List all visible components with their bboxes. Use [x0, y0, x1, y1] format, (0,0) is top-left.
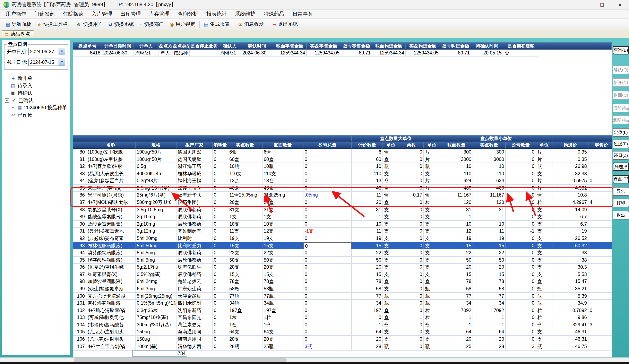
toolbar-item[interactable]: ▦导航面板 — [2, 20, 34, 29]
table-row[interactable]: 99(众生)盐酸氮卓斯6ml:3mg广东众生药058瓶58瓶058支0瓶5858… — [73, 285, 612, 293]
menu-item[interactable]: 门诊发药 — [30, 9, 59, 19]
tree-item[interactable]: ▤待录入 — [5, 82, 69, 89]
close-button[interactable]: × — [611, 0, 629, 10]
table-row[interactable]: 104(韦瑞德)富马酸替300mg*30片(基)葛兰素史克01盒1盒01盒0盒1… — [73, 321, 612, 329]
tree-expander-icon[interactable]: − — [5, 98, 9, 103]
new-order-icon: + — [10, 75, 16, 81]
confirm-button[interactable]: 确认(Q) — [613, 66, 629, 74]
menu-item[interactable]: 库存管理 — [145, 9, 174, 19]
print-button[interactable]: 打印 — [613, 199, 629, 207]
grid-cell: 支 — [536, 213, 552, 221]
order-grid-row[interactable]: 84182024-06-30周琳/z1单人按品种周琳/z12024-06-301… — [73, 50, 612, 56]
inventory-print-button[interactable]: 盘点打印 — [613, 175, 629, 183]
tree-item[interactable]: ↩已作废 — [5, 111, 69, 119]
filter-button[interactable]: 过滤(F) — [613, 140, 629, 148]
table-row[interactable]: 90盐酸金霉素眼膏(2g:10mg辰欣佛都药010支10支010支0支10100… — [73, 221, 612, 228]
tab-drug-inventory[interactable]: ▤ 药品盘点 — [2, 30, 35, 38]
toolbar-item[interactable]: ▤集成报表 — [201, 20, 233, 29]
menu-item[interactable]: 入库管理 — [88, 9, 116, 19]
table-row[interactable]: 81(100ug)左甲状腺100ug*50片德国贝朗默060盒60盒060盒0片… — [73, 156, 612, 163]
table-row[interactable]: 88氧氟沙星眼膏(X)3.5g:10.5mg辰欣佛都药031支31支031支0支… — [73, 206, 612, 213]
delete-drug-button[interactable]: 删除药品 — [613, 116, 629, 124]
toolbar-item[interactable]: ☻切换用户 — [73, 20, 105, 29]
add-drug-button[interactable]: 增加药品 — [613, 104, 629, 112]
switch-dept-icon: ⌂ — [140, 22, 143, 27]
end-date-value[interactable]: 2024-07-15 — [29, 59, 59, 66]
start-date-value[interactable]: 2024-06-27 — [29, 48, 59, 55]
menu-item[interactable]: 系统维护 — [231, 9, 260, 19]
minimize-button[interactable]: ─ — [575, 0, 593, 10]
table-row[interactable]: 100复方托吡卡胺滴眼5ml(25mg:25mg)天津金耀集077瓶77瓶077… — [73, 293, 612, 300]
tree-item[interactable]: +新开单 — [5, 75, 69, 82]
grid-cell: 0 — [506, 242, 536, 249]
query-button[interactable]: 查询(B) — [613, 46, 629, 54]
column-header: 账面数量 — [440, 142, 473, 149]
table-row[interactable]: 86米非司酮片(息隐)25mg*6片(基)上海新华联011盒25.05mg11盒… — [73, 192, 612, 199]
end-date-dropdown-icon[interactable]: ▼ — [59, 59, 65, 66]
table-row[interactable]: 1074+7生血宝合剂(省100ml(基)清华德人西028瓶25瓶3瓶28瓶0瓶… — [73, 343, 612, 350]
table-row[interactable]: 101普拉洛芬滴眼液0.1%(5ml:5mg)*1瓶四川禾忆制034瓶34瓶03… — [73, 300, 612, 307]
column-header: 实点数量 — [473, 142, 506, 149]
exit-button[interactable]: 退出 — [613, 211, 629, 220]
menu-item[interactable]: 特殊药品 — [260, 9, 288, 19]
locate-button[interactable]: 定位(L) — [613, 128, 629, 137]
grid-cell — [589, 293, 612, 300]
table-row[interactable]: 94溴芬酸钠滴眼液(5ml:5mg辰欣佛都药022支22支022支0支22220… — [73, 249, 612, 256]
table-row[interactable]: 97红霉素眼膏(X)0.5%2g(基)辰欣佛都药015支15支015支0支151… — [73, 271, 612, 278]
new-button[interactable]: 新开(N) — [613, 78, 629, 87]
menu-item[interactable]: 用户操作 — [2, 9, 30, 19]
table-row[interactable]: 85来曲唑片(芙瑞)(2.5mg*10片(基)江苏恒瑞医046盒46盒046盒0… — [73, 185, 612, 192]
horizontal-scrollbar[interactable] — [0, 358, 629, 362]
table-row[interactable]: 95溴芬酸钠滴眼液(5ml:5mg辰欣佛都药050支50支050支0支50500… — [73, 256, 612, 264]
menu-item[interactable]: 查询分析 — [174, 9, 202, 19]
tree-item[interactable]: +▦20240630 按品种单 — [5, 104, 69, 111]
menu-item[interactable]: 日常事务 — [288, 9, 317, 19]
start-date-combobox[interactable]: 2024-06-27 ▼ — [28, 48, 65, 55]
table-row[interactable]: 83(易贝)人表皮生长40000IU:4ml桂林华诺威0110支110支0110… — [73, 170, 612, 177]
table-row[interactable]: 93布林佐胺滴眼液(5ml:50mg比利时爱力015支15支015支0支1515… — [73, 242, 612, 249]
grid-cell: 97 — [73, 271, 86, 278]
toolbar-item[interactable]: ⇄切换系统 — [106, 20, 137, 29]
table-row[interactable]: 80(100ug)左甲状腺100ug*50片德国贝朗默06盒6盒06盒0片300… — [73, 149, 612, 156]
table-row[interactable]: 105(尤尼芬)注射用头150ug海南通用同064支64支064支0支64640… — [73, 329, 612, 336]
table-row[interactable]: 874+7(MOL)硝呋太尔500mg:20万IU*6国药集团(020盒20盒0… — [73, 199, 612, 206]
table-row[interactable]: 103(可威)磷酸奥司他75mg*10粒(基)宜昌东阳光01粒1粒00盒1粒11… — [73, 314, 612, 321]
toolbar-item[interactable]: ✉消息收发 — [235, 20, 267, 29]
table-row[interactable]: 92(典必殊)妥布霉素5ml:20mg比利时019支19支019支0支19190… — [73, 235, 612, 242]
grid-cell: 46盒 — [263, 185, 304, 192]
grid-cell: 0 — [399, 329, 424, 336]
toolbar-item[interactable]: ↪退出系统 — [270, 20, 301, 29]
table-row[interactable]: 91(典舒)妥布霉素地3g:12mg齐鲁制药有011支12支-1支11支0支12… — [73, 228, 612, 235]
horizontal-scrollbar-thumb[interactable] — [74, 358, 287, 362]
toolbar-item[interactable]: ◉用户锁定 — [167, 20, 198, 29]
diff-edit-cell[interactable]: 0 — [304, 242, 352, 249]
tree-item[interactable]: −✔已确认 — [5, 97, 69, 104]
stop-business-checkbox[interactable] — [202, 51, 206, 55]
maximize-button[interactable]: □ — [593, 0, 611, 10]
table-row[interactable]: 106(尤尼芬)注射用头150ug海南通用同020支20支020支0支20200… — [73, 336, 612, 343]
grid-cell: 氧氟沙星眼膏(X) — [86, 206, 136, 213]
return-button[interactable]: 退回(C) — [613, 91, 629, 100]
menu-item[interactable]: 住院摆药 — [59, 9, 88, 19]
toolbar-item[interactable]: ★快捷工具栏 — [34, 20, 71, 29]
end-date-combobox[interactable]: 2024-07-15 ▼ — [28, 59, 65, 66]
table-row[interactable]: 824+7(喜美欣)注射0.5g浙江海正药010瓶10瓶010瓶0瓶10100瓶… — [73, 163, 612, 170]
toolbar-item[interactable]: ⌂切换部门 — [137, 20, 167, 29]
table-row[interactable]: 1024+7脑心清胶囊(省0.3g*36粒沈阳东新药0197盒197盒0197盒… — [73, 307, 612, 314]
grid-cell: 0 — [506, 199, 536, 206]
menu-item[interactable]: 出库管理 — [116, 9, 145, 19]
table-row[interactable]: 89盐酸金霉素眼膏(2g:10mg辰欣佛都药01支1支01支0支110支6.7 — [73, 213, 612, 221]
window-controls: ─ □ × — [575, 0, 629, 10]
start-date-dropdown-icon[interactable]: ▼ — [59, 48, 65, 55]
table-row[interactable]: 84(金象)多糖蛋白片0.3g*48片福州海王福013盒13盒013盒0片624… — [73, 177, 612, 185]
grid-cell: (尤尼芬)注射用头 — [86, 336, 136, 343]
restore-button[interactable]: 还原(Z) — [613, 151, 629, 160]
export-button[interactable]: 导出 — [613, 187, 629, 196]
menu-item[interactable]: 报表统计 — [202, 9, 231, 19]
table-row[interactable]: 96(贝复舒)重组牛碱5g:2.1万iu珠海亿胜生020支20支020支0支20… — [73, 264, 612, 271]
tree-item[interactable]: ▣待确认 — [5, 89, 69, 97]
tree-expander-icon[interactable]: + — [11, 106, 15, 110]
grid-cell: 20 — [440, 336, 473, 343]
table-row[interactable]: 98加替沙星滴眼液(8ml:24mg楚雄老拨云078盒78盒078盒0盒7878… — [73, 278, 612, 285]
column-select-button[interactable]: 列选择 — [613, 163, 629, 171]
